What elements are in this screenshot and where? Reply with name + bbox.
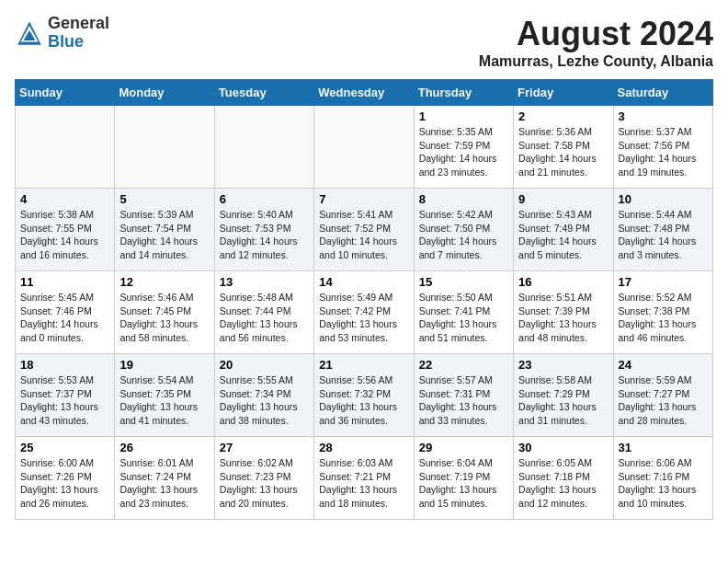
day-detail: Sunrise: 5:54 AM Sunset: 7:35 PM Dayligh…	[119, 373, 209, 428]
calendar-cell: 15Sunrise: 5:50 AM Sunset: 7:41 PM Dayli…	[414, 271, 513, 354]
day-number: 18	[20, 358, 109, 372]
day-number: 15	[419, 275, 508, 289]
calendar-week-row: 25Sunrise: 6:00 AM Sunset: 7:26 PM Dayli…	[16, 437, 713, 520]
day-number: 10	[619, 192, 708, 206]
day-detail: Sunrise: 5:46 AM Sunset: 7:45 PM Dayligh…	[119, 291, 209, 345]
day-detail: Sunrise: 5:56 AM Sunset: 7:32 PM Dayligh…	[319, 373, 408, 428]
day-detail: Sunrise: 5:55 AM Sunset: 7:34 PM Dayligh…	[220, 373, 309, 428]
day-detail: Sunrise: 5:36 AM Sunset: 7:58 PM Dayligh…	[518, 125, 608, 179]
header-saturday: Saturday	[613, 80, 712, 106]
logo-blue: Blue	[48, 33, 109, 52]
day-number: 30	[518, 441, 608, 454]
day-detail: Sunrise: 5:59 AM Sunset: 7:27 PM Dayligh…	[619, 373, 708, 428]
calendar-cell: 28Sunrise: 6:03 AM Sunset: 7:21 PM Dayli…	[314, 437, 414, 520]
day-number: 26	[119, 441, 209, 454]
day-number: 7	[319, 192, 408, 206]
day-detail: Sunrise: 5:51 AM Sunset: 7:39 PM Dayligh…	[518, 291, 608, 345]
calendar-cell: 27Sunrise: 6:02 AM Sunset: 7:23 PM Dayli…	[214, 437, 313, 520]
calendar-cell: 11Sunrise: 5:45 AM Sunset: 7:46 PM Dayli…	[16, 271, 115, 354]
day-number: 11	[20, 275, 109, 289]
day-number: 6	[220, 192, 309, 206]
calendar-cell: 4Sunrise: 5:38 AM Sunset: 7:55 PM Daylig…	[16, 189, 115, 271]
day-detail: Sunrise: 5:45 AM Sunset: 7:46 PM Dayligh…	[20, 291, 109, 345]
day-detail: Sunrise: 5:53 AM Sunset: 7:37 PM Dayligh…	[20, 373, 109, 428]
calendar-cell: 9Sunrise: 5:43 AM Sunset: 7:49 PM Daylig…	[514, 189, 613, 271]
title-block: August 2024 Mamurras, Lezhe County, Alba…	[479, 15, 713, 70]
calendar-cell: 5Sunrise: 5:39 AM Sunset: 7:54 PM Daylig…	[115, 189, 214, 271]
day-number: 21	[319, 358, 408, 372]
day-number: 19	[119, 358, 209, 372]
day-detail: Sunrise: 6:01 AM Sunset: 7:24 PM Dayligh…	[119, 456, 209, 511]
day-number: 17	[619, 275, 708, 289]
day-number: 4	[20, 192, 109, 206]
calendar-cell: 20Sunrise: 5:55 AM Sunset: 7:34 PM Dayli…	[214, 354, 313, 437]
calendar-cell: 10Sunrise: 5:44 AM Sunset: 7:48 PM Dayli…	[613, 189, 712, 271]
day-number: 29	[419, 441, 508, 454]
day-detail: Sunrise: 5:58 AM Sunset: 7:29 PM Dayligh…	[518, 373, 608, 428]
calendar-cell: 29Sunrise: 6:04 AM Sunset: 7:19 PM Dayli…	[414, 437, 513, 520]
calendar-cell: 19Sunrise: 5:54 AM Sunset: 7:35 PM Dayli…	[115, 354, 214, 437]
header-wednesday: Wednesday	[314, 80, 414, 106]
day-number: 5	[119, 192, 209, 206]
calendar-cell	[214, 106, 313, 189]
day-detail: Sunrise: 5:40 AM Sunset: 7:53 PM Dayligh…	[220, 208, 309, 262]
header-thursday: Thursday	[414, 80, 513, 106]
calendar-cell: 14Sunrise: 5:49 AM Sunset: 7:42 PM Dayli…	[314, 271, 414, 354]
day-detail: Sunrise: 6:02 AM Sunset: 7:23 PM Dayligh…	[220, 456, 309, 511]
day-detail: Sunrise: 5:44 AM Sunset: 7:48 PM Dayligh…	[619, 208, 708, 262]
calendar-cell: 30Sunrise: 6:05 AM Sunset: 7:18 PM Dayli…	[514, 437, 613, 520]
day-detail: Sunrise: 5:41 AM Sunset: 7:52 PM Dayligh…	[319, 208, 408, 262]
day-number: 31	[619, 441, 708, 454]
day-detail: Sunrise: 6:00 AM Sunset: 7:26 PM Dayligh…	[20, 456, 109, 511]
day-detail: Sunrise: 5:57 AM Sunset: 7:31 PM Dayligh…	[419, 373, 508, 428]
calendar-cell: 18Sunrise: 5:53 AM Sunset: 7:37 PM Dayli…	[16, 354, 115, 437]
calendar-week-row: 1Sunrise: 5:35 AM Sunset: 7:59 PM Daylig…	[16, 106, 713, 189]
day-detail: Sunrise: 6:06 AM Sunset: 7:16 PM Dayligh…	[619, 456, 708, 511]
day-number: 20	[220, 358, 309, 372]
day-detail: Sunrise: 5:38 AM Sunset: 7:55 PM Dayligh…	[20, 208, 109, 262]
day-detail: Sunrise: 5:52 AM Sunset: 7:38 PM Dayligh…	[619, 291, 708, 345]
calendar-cell: 7Sunrise: 5:41 AM Sunset: 7:52 PM Daylig…	[314, 189, 414, 271]
calendar-cell: 3Sunrise: 5:37 AM Sunset: 7:56 PM Daylig…	[613, 106, 712, 189]
calendar-cell: 6Sunrise: 5:40 AM Sunset: 7:53 PM Daylig…	[214, 189, 313, 271]
header-tuesday: Tuesday	[214, 80, 313, 106]
header-monday: Monday	[115, 80, 214, 106]
calendar-header-row: SundayMondayTuesdayWednesdayThursdayFrid…	[16, 80, 713, 106]
calendar-cell: 12Sunrise: 5:46 AM Sunset: 7:45 PM Dayli…	[115, 271, 214, 354]
day-number: 24	[619, 358, 708, 372]
day-detail: Sunrise: 5:35 AM Sunset: 7:59 PM Dayligh…	[419, 125, 508, 179]
day-number: 22	[419, 358, 508, 372]
day-number: 14	[319, 275, 408, 289]
page-header: General Blue August 2024 Mamurras, Lezhe…	[15, 15, 713, 70]
day-number: 16	[518, 275, 608, 289]
calendar-cell: 31Sunrise: 6:06 AM Sunset: 7:16 PM Dayli…	[613, 437, 712, 520]
day-number: 2	[518, 109, 608, 123]
day-number: 28	[319, 441, 408, 454]
day-number: 3	[619, 109, 708, 123]
day-detail: Sunrise: 5:37 AM Sunset: 7:56 PM Dayligh…	[619, 125, 708, 179]
calendar-table: SundayMondayTuesdayWednesdayThursdayFrid…	[15, 79, 713, 520]
day-number: 25	[20, 441, 109, 454]
day-number: 1	[419, 109, 508, 123]
calendar-cell: 1Sunrise: 5:35 AM Sunset: 7:59 PM Daylig…	[414, 106, 513, 189]
day-detail: Sunrise: 6:04 AM Sunset: 7:19 PM Dayligh…	[419, 456, 508, 511]
calendar-cell: 16Sunrise: 5:51 AM Sunset: 7:39 PM Dayli…	[514, 271, 613, 354]
day-number: 13	[220, 275, 309, 289]
calendar-cell: 24Sunrise: 5:59 AM Sunset: 7:27 PM Dayli…	[613, 354, 712, 437]
day-number: 23	[518, 358, 608, 372]
calendar-week-row: 4Sunrise: 5:38 AM Sunset: 7:55 PM Daylig…	[16, 189, 713, 271]
header-friday: Friday	[514, 80, 613, 106]
day-detail: Sunrise: 5:48 AM Sunset: 7:44 PM Dayligh…	[220, 291, 309, 345]
day-detail: Sunrise: 6:05 AM Sunset: 7:18 PM Dayligh…	[518, 456, 608, 511]
day-number: 9	[518, 192, 608, 206]
header-sunday: Sunday	[16, 80, 115, 106]
calendar-week-row: 18Sunrise: 5:53 AM Sunset: 7:37 PM Dayli…	[16, 354, 713, 437]
calendar-cell: 26Sunrise: 6:01 AM Sunset: 7:24 PM Dayli…	[115, 437, 214, 520]
month-year: August 2024	[479, 15, 713, 53]
logo-text: General Blue	[48, 15, 109, 52]
logo-general: General	[48, 15, 109, 33]
calendar-week-row: 11Sunrise: 5:45 AM Sunset: 7:46 PM Dayli…	[16, 271, 713, 354]
location: Mamurras, Lezhe County, Albania	[479, 53, 713, 70]
day-detail: Sunrise: 6:03 AM Sunset: 7:21 PM Dayligh…	[319, 456, 408, 511]
calendar-cell: 23Sunrise: 5:58 AM Sunset: 7:29 PM Dayli…	[514, 354, 613, 437]
